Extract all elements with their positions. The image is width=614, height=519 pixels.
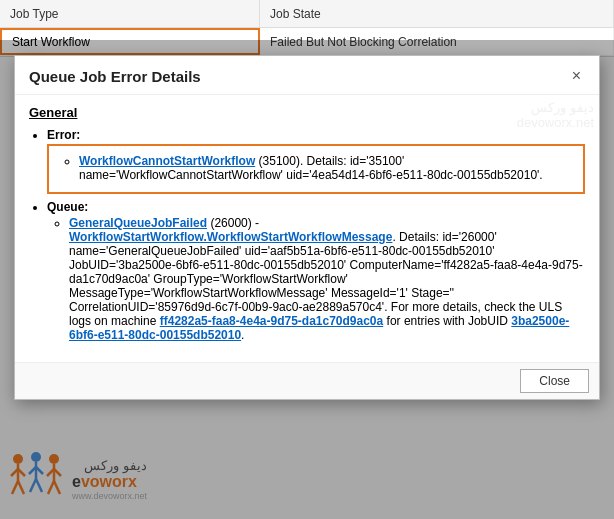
modal-dialog: Queue Job Error Details × ديفو وركسdevow… xyxy=(14,55,600,400)
queue-sub-list: GeneralQueueJobFailed (26000) - Workflow… xyxy=(47,216,585,342)
error-link: WorkflowCannotStartWorkflow xyxy=(79,154,255,168)
queue-text1: (26000) - xyxy=(207,216,259,230)
modal-header: Queue Job Error Details × xyxy=(15,56,599,95)
col-job-type: Job Type xyxy=(0,0,260,27)
modal-title: Queue Job Error Details xyxy=(29,68,201,85)
queue-link3: ff4282a5-faa8-4e4a-9d75-da1c70d9ac0a xyxy=(160,314,383,328)
error-detail: WorkflowCannotStartWorkflow (35100). Det… xyxy=(79,154,575,182)
error-label: Error: xyxy=(47,128,80,142)
error-sub-list: WorkflowCannotStartWorkflow (35100). Det… xyxy=(57,154,575,182)
list-item-queue: Queue: GeneralQueueJobFailed (26000) - W… xyxy=(47,200,585,342)
queue-text4: . xyxy=(241,328,244,342)
col-job-state: Job State xyxy=(260,0,614,27)
close-button[interactable]: Close xyxy=(520,369,589,393)
table-header: Job Type Job State xyxy=(0,0,614,28)
queue-link2: WorkflowStartWorkflow.WorkflowStartWorkf… xyxy=(69,230,392,244)
modal-body: ديفو وركسdevoworx.net General Error: Wor… xyxy=(15,95,599,362)
list-item-error: Error: WorkflowCannotStartWorkflow (3510… xyxy=(47,128,585,194)
queue-link1: GeneralQueueJobFailed xyxy=(69,216,207,230)
modal-close-button[interactable]: × xyxy=(568,66,585,86)
section-general-title: General xyxy=(29,105,585,120)
modal-footer: Close xyxy=(15,362,599,399)
error-box: WorkflowCannotStartWorkflow (35100). Det… xyxy=(47,144,585,194)
queue-text3: for entries with JobUID xyxy=(383,314,511,328)
queue-label: Queue: xyxy=(47,200,88,214)
queue-detail: GeneralQueueJobFailed (26000) - Workflow… xyxy=(69,216,585,342)
main-list: Error: WorkflowCannotStartWorkflow (3510… xyxy=(29,128,585,342)
